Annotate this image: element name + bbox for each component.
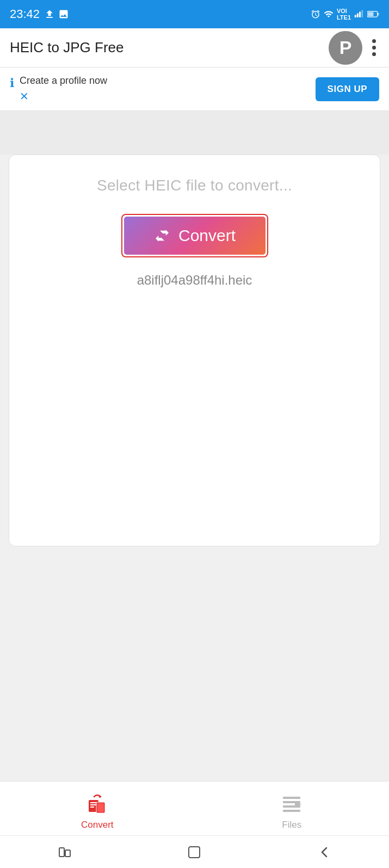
convert-nav-icon-wrapper — [84, 791, 110, 817]
svg-rect-19 — [65, 850, 70, 857]
status-left-icons — [44, 9, 69, 20]
banner-message: Create a profile now — [20, 75, 107, 87]
svg-rect-12 — [97, 803, 104, 812]
nav-item-files[interactable]: Files — [195, 787, 390, 830]
status-bar-right: VOlLTE1 — [311, 8, 379, 21]
recents-button[interactable] — [48, 841, 81, 863]
signal-icon — [354, 9, 364, 19]
select-placeholder: Select HEIC file to convert... — [97, 177, 292, 194]
svg-rect-3 — [361, 10, 363, 18]
info-icon: ℹ — [10, 76, 14, 90]
status-bar: 23:42 VOlLTE1 — [0, 0, 389, 28]
convert-button-label: Convert — [178, 226, 236, 245]
volte-icon: VOlLTE1 — [337, 8, 351, 21]
home-button[interactable] — [178, 841, 211, 863]
files-nav-icon-wrapper — [279, 791, 305, 817]
svg-rect-2 — [359, 12, 361, 18]
svg-rect-18 — [59, 848, 64, 857]
banner-text-group: Create a profile now ✕ — [20, 75, 107, 103]
upload-icon — [44, 9, 55, 20]
wifi-icon — [324, 9, 334, 19]
files-nav-icon — [279, 791, 305, 817]
image-icon — [58, 9, 69, 20]
nav-item-convert[interactable]: Convert — [0, 787, 195, 830]
banner-left: ℹ Create a profile now ✕ — [10, 75, 316, 103]
back-icon — [317, 845, 332, 860]
status-time: 23:42 — [10, 7, 40, 21]
header-right: P — [329, 31, 379, 65]
convert-nav-label: Convert — [81, 820, 114, 830]
separator — [0, 111, 389, 155]
svg-rect-5 — [368, 12, 373, 16]
bottom-nav: Convert Files — [0, 781, 389, 835]
svg-rect-0 — [355, 15, 356, 18]
alarm-icon — [311, 9, 320, 19]
recents-icon — [57, 845, 72, 860]
back-button[interactable] — [308, 841, 341, 863]
android-nav — [0, 835, 389, 868]
more-dot-3 — [372, 52, 376, 56]
home-icon — [187, 845, 202, 860]
convert-nav-icon — [84, 791, 110, 817]
parking-icon: P — [329, 31, 362, 65]
convert-icon — [153, 227, 171, 244]
main-content: Select HEIC file to convert... Convert a… — [0, 155, 389, 555]
more-dot-1 — [372, 39, 376, 43]
filename-display: a8iflj04a98ff4hi.heic — [137, 273, 252, 288]
signup-button[interactable]: SIGN UP — [316, 77, 379, 101]
convert-button[interactable]: Convert — [124, 217, 265, 255]
app-header: HEIC to JPG Free P — [0, 28, 389, 67]
profile-banner: ℹ Create a profile now ✕ SIGN UP — [0, 67, 389, 111]
status-bar-left: 23:42 — [10, 7, 69, 21]
app-title: HEIC to JPG Free — [10, 39, 124, 56]
svg-rect-13 — [283, 797, 300, 799]
files-nav-label: Files — [282, 820, 301, 830]
svg-rect-20 — [189, 847, 200, 858]
svg-rect-1 — [357, 14, 359, 18]
svg-rect-6 — [378, 13, 379, 15]
more-dot-2 — [372, 46, 376, 50]
converter-card: Select HEIC file to convert... Convert a… — [9, 155, 380, 546]
svg-rect-16 — [283, 810, 300, 812]
battery-icon — [367, 10, 379, 18]
banner-close-button[interactable]: ✕ — [20, 90, 107, 103]
more-menu-button[interactable] — [369, 36, 379, 59]
convert-button-wrapper[interactable]: Convert — [121, 214, 268, 257]
